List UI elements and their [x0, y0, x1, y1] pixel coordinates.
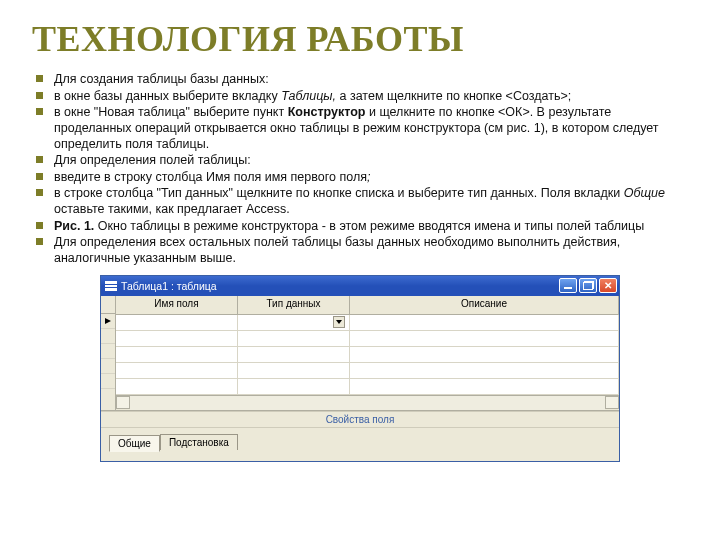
- table-row[interactable]: [116, 379, 619, 395]
- page-title: ТЕХНОЛОГИЯ РАБОТЫ: [32, 18, 688, 60]
- field-name-cell[interactable]: [116, 363, 238, 378]
- list-item: Для определения полей таблицы:: [32, 153, 688, 169]
- tab-general[interactable]: Общие: [109, 435, 160, 452]
- column-header-type[interactable]: Тип данных: [238, 296, 350, 314]
- description-cell[interactable]: [350, 347, 619, 362]
- table-row[interactable]: [116, 331, 619, 347]
- row-selector[interactable]: [101, 329, 115, 344]
- figure-access-window: Таблица1 : таблица ✕: [100, 275, 620, 462]
- table-row[interactable]: [116, 315, 619, 331]
- column-header-name[interactable]: Имя поля: [116, 296, 238, 314]
- description-cell[interactable]: [350, 331, 619, 346]
- table-icon: [105, 281, 117, 291]
- data-type-cell[interactable]: [238, 363, 350, 378]
- list-item: в строке столбца "Тип данных" щелкните п…: [32, 186, 688, 217]
- data-type-cell[interactable]: [238, 315, 350, 330]
- dropdown-button[interactable]: [333, 316, 345, 328]
- list-item: введите в строку столбца Имя поля имя пе…: [32, 170, 688, 186]
- field-name-cell[interactable]: [116, 347, 238, 362]
- field-name-cell[interactable]: [116, 315, 238, 330]
- tab-lookup[interactable]: Подстановка: [160, 434, 238, 450]
- field-name-cell[interactable]: [116, 379, 238, 394]
- scroll-right-button[interactable]: [605, 396, 619, 409]
- row-selector[interactable]: [101, 314, 115, 329]
- current-row-icon: [104, 317, 112, 325]
- list-item: Для создания таблицы базы данных:: [32, 72, 688, 88]
- window-title: Таблица1 : таблица: [121, 280, 557, 292]
- data-type-cell[interactable]: [238, 331, 350, 346]
- list-item: в окне "Новая таблица" выберите пункт Ко…: [32, 105, 688, 152]
- table-row[interactable]: [116, 363, 619, 379]
- horizontal-scrollbar[interactable]: [116, 395, 619, 410]
- properties-divider: Свойства поля: [101, 411, 619, 428]
- list-item: Рис. 1. Окно таблицы в режиме конструкто…: [32, 219, 688, 235]
- titlebar[interactable]: Таблица1 : таблица ✕: [101, 276, 619, 296]
- row-selector-header: [101, 296, 115, 314]
- table-row[interactable]: [116, 347, 619, 363]
- data-type-cell[interactable]: [238, 347, 350, 362]
- scroll-track[interactable]: [130, 396, 605, 410]
- column-header-desc[interactable]: Описание: [350, 296, 619, 314]
- description-cell[interactable]: [350, 379, 619, 394]
- list-item: Для определения всех остальных полей таб…: [32, 235, 688, 266]
- design-grid: Имя поля Тип данных Описание: [101, 296, 619, 411]
- svg-marker-0: [105, 318, 111, 324]
- minimize-button[interactable]: [559, 278, 577, 293]
- description-cell[interactable]: [350, 363, 619, 378]
- scroll-left-button[interactable]: [116, 396, 130, 409]
- field-name-cell[interactable]: [116, 331, 238, 346]
- row-selector[interactable]: [101, 359, 115, 374]
- maximize-button[interactable]: [579, 278, 597, 293]
- bullet-list: Для создания таблицы базы данных: в окне…: [32, 72, 688, 267]
- close-button[interactable]: ✕: [599, 278, 617, 293]
- description-cell[interactable]: [350, 315, 619, 330]
- list-item: в окне базы данных выберите вкладку Табл…: [32, 89, 688, 105]
- row-selector[interactable]: [101, 374, 115, 389]
- data-type-cell[interactable]: [238, 379, 350, 394]
- row-selector[interactable]: [101, 344, 115, 359]
